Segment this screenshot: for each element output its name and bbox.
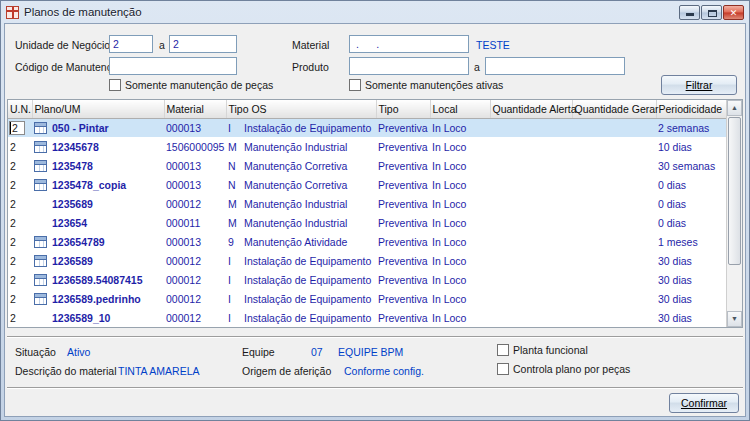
col-header-periodicidade[interactable]: Periodicidade [656,100,726,118]
minimize-button[interactable] [679,5,700,20]
scrollbar-thumb[interactable] [728,117,741,265]
plan-grid-icon[interactable] [34,160,47,172]
cell-periodicidade[interactable]: 30 dias [656,270,726,289]
cell-un[interactable]: 2 [8,232,32,251]
cell-local[interactable]: In Loco [430,308,490,327]
cell-qtd-alerta[interactable] [490,137,572,156]
cell-material[interactable]: 000013 [164,175,226,194]
cell-material[interactable]: 000013 [164,232,226,251]
cell-plano[interactable]: 1235689 [32,194,164,213]
cell-un[interactable]: 2 [8,118,32,137]
cell-plano[interactable]: 1235478 [32,156,164,175]
cell-tipo-os[interactable]: 9Manutenção Atividade [226,232,376,251]
cell-qtd-alerta[interactable] [490,232,572,251]
cell-material[interactable]: 000012 [164,270,226,289]
cell-tipo-os[interactable]: NManutenção Corretiva [226,156,376,175]
cell-qtd-alerta[interactable] [490,289,572,308]
cell-material[interactable]: 000012 [164,251,226,270]
cell-qtd-alerta[interactable] [490,251,572,270]
cell-material[interactable]: 000013 [164,118,226,137]
cell-qtd-alerta[interactable] [490,156,572,175]
close-button[interactable]: ✕ [723,5,744,20]
filtrar-button[interactable]: Filtrar [661,75,737,95]
unidade-from-input[interactable] [109,35,153,53]
col-header-un[interactable]: U.N. [8,100,32,118]
planta-funcional-checkbox[interactable]: Planta funcional [497,344,588,356]
cell-local[interactable]: In Loco [430,194,490,213]
table-row[interactable]: 21236589000012IInstalação de Equipamento… [8,251,726,270]
plan-grid-icon[interactable] [34,122,47,134]
cell-qtd-alerta[interactable] [490,194,572,213]
maximize-button[interactable] [701,5,722,20]
cell-local[interactable]: In Loco [430,289,490,308]
table-row[interactable]: 21236589.54087415000012IInstalação de Eq… [8,270,726,289]
plan-grid-icon[interactable] [34,179,47,191]
cell-tipo[interactable]: Preventiva [376,118,430,137]
cell-material[interactable]: 1506000095 [164,137,226,156]
controla-pecas-checkbox[interactable]: Controla plano por peças [497,363,630,375]
cell-periodicidade[interactable]: 30 dias [656,308,726,327]
cell-qtd-alerta[interactable] [490,270,572,289]
checkbox-box[interactable] [109,79,121,91]
codigo-manutencao-input[interactable] [109,57,237,75]
cell-tipo-os[interactable]: IInstalação de Equipamento [226,289,376,308]
col-header-material[interactable]: Material [164,100,226,118]
cell-tipo[interactable]: Preventiva [376,308,430,327]
cell-periodicidade[interactable]: 30 dias [656,289,726,308]
scroll-up-icon[interactable]: ▲ [727,100,742,116]
cell-local[interactable]: In Loco [430,118,490,137]
cell-qtd-gerar[interactable] [572,194,656,213]
cell-tipo-os[interactable]: IInstalação de Equipamento [226,308,376,327]
table-row[interactable]: 21236589.pedrinho000012IInstalação de Eq… [8,289,726,308]
cell-un[interactable]: 2 [8,194,32,213]
cell-plano[interactable]: 1236589 [32,251,164,270]
cell-local[interactable]: In Loco [430,156,490,175]
cell-tipo[interactable]: Preventiva [376,213,430,232]
cell-tipo[interactable]: Preventiva [376,232,430,251]
cell-local[interactable]: In Loco [430,213,490,232]
table-row[interactable]: 21236547890000139Manutenção AtividadePre… [8,232,726,251]
cell-tipo-os[interactable]: MManutenção Industrial [226,137,376,156]
col-header-qtd-gerar[interactable]: Quantidade Gerar [572,100,656,118]
somente-pecas-checkbox[interactable]: Somente manutenção de peças [109,79,273,91]
cell-plano[interactable]: 123654 [32,213,164,232]
plan-grid-icon[interactable] [34,293,47,305]
cell-plano[interactable]: 1236589.54087415 [32,270,164,289]
somente-ativas-checkbox[interactable]: Somente manutenções ativas [349,79,503,91]
cell-tipo[interactable]: Preventiva [376,251,430,270]
cell-qtd-gerar[interactable] [572,270,656,289]
checkbox-box[interactable] [497,363,509,375]
cell-tipo-os[interactable]: MManutenção Industrial [226,194,376,213]
plan-grid-icon[interactable] [34,236,47,248]
plan-grid-icon[interactable] [34,255,47,267]
cell-periodicidade[interactable]: 0 dias [656,175,726,194]
cell-qtd-alerta[interactable] [490,118,572,137]
material-input[interactable] [349,35,469,53]
cell-local[interactable]: In Loco [430,175,490,194]
table-row[interactable]: 21235478_copia000013NManutenção Corretiv… [8,175,726,194]
cell-periodicidade[interactable]: 30 semanas [656,156,726,175]
cell-qtd-gerar[interactable] [572,156,656,175]
col-header-tipo-os[interactable]: Tipo OS [226,100,376,118]
cell-local[interactable]: In Loco [430,137,490,156]
cell-qtd-alerta[interactable] [490,308,572,327]
cell-qtd-gerar[interactable] [572,308,656,327]
unidade-to-input[interactable] [169,35,237,53]
plan-grid-icon[interactable] [34,274,47,286]
cell-material[interactable]: 000012 [164,194,226,213]
table-row[interactable]: 21235478000013NManutenção CorretivaPreve… [8,156,726,175]
cell-periodicidade[interactable]: 0 dias [656,194,726,213]
vertical-scrollbar[interactable]: ▲ ▼ [726,100,742,327]
cell-material[interactable]: 000012 [164,308,226,327]
cell-tipo[interactable]: Preventiva [376,270,430,289]
cell-tipo-os[interactable]: IInstalação de Equipamento [226,118,376,137]
cell-material[interactable]: 000013 [164,156,226,175]
checkbox-box[interactable] [349,79,361,91]
cell-periodicidade[interactable]: 2 semanas [656,118,726,137]
cell-plano[interactable]: 1236589.pedrinho [32,289,164,308]
cell-periodicidade[interactable]: 30 dias [656,251,726,270]
confirmar-button[interactable]: Confirmar [669,393,739,413]
cell-qtd-gerar[interactable] [572,175,656,194]
cell-qtd-gerar[interactable] [572,137,656,156]
cell-plano[interactable]: 1236589_10 [32,308,164,327]
